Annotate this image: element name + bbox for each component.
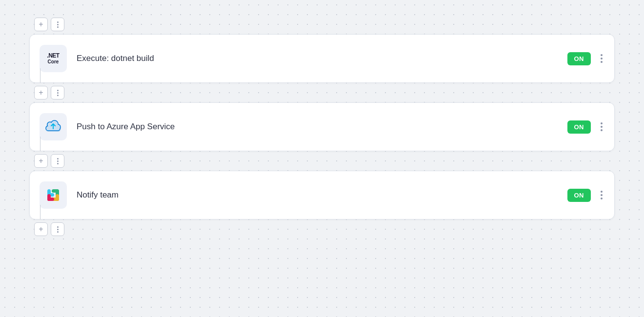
connector-row-bottom: + (29, 219, 64, 239)
more-options-2[interactable] (51, 86, 64, 99)
dot (57, 92, 59, 94)
add-step-button-2[interactable]: + (34, 86, 48, 99)
step-title-slack: Notify team (77, 190, 567, 200)
step-card-azure: Push to Azure App Service ON (29, 102, 615, 151)
kebab-dot (601, 198, 603, 199)
slack-logo-icon (44, 186, 62, 204)
dot (57, 229, 59, 230)
dot (57, 231, 59, 233)
add-step-button-top[interactable]: + (34, 18, 48, 31)
more-options-3[interactable] (51, 154, 64, 168)
kebab-menu-slack[interactable] (599, 188, 604, 202)
step-icon-net-core: .NET Core (40, 45, 67, 72)
kebab-dot (601, 194, 603, 196)
more-options-bottom[interactable] (51, 222, 64, 236)
step-card-dotnet-build: .NET Core Execute: dotnet build ON (29, 34, 615, 83)
step-icon-azure (40, 113, 67, 140)
kebab-menu-dotnet[interactable] (599, 51, 604, 66)
connector-row-3: + (29, 151, 64, 171)
kebab-dot (601, 54, 603, 56)
net-core-logo: .NET Core (47, 52, 59, 65)
dot (57, 26, 59, 28)
core-text: Core (47, 59, 59, 65)
add-step-button-3[interactable]: + (34, 154, 48, 168)
kebab-dot (601, 122, 603, 124)
kebab-dot (601, 126, 603, 128)
add-step-button-bottom[interactable]: + (34, 222, 48, 236)
net-text: .NET (47, 52, 59, 59)
kebab-dot (601, 191, 603, 193)
pipeline-container: + .NET Core Execute: dotnet build ON + (29, 10, 615, 239)
status-badge-slack: ON (567, 189, 591, 202)
dot (57, 21, 59, 23)
step-title-azure: Push to Azure App Service (77, 122, 567, 132)
kebab-dot (601, 129, 603, 131)
dot (57, 90, 59, 91)
svg-rect-7 (47, 198, 54, 201)
kebab-menu-azure[interactable] (599, 119, 604, 134)
more-options-top[interactable] (51, 18, 64, 31)
dot (57, 24, 59, 25)
status-badge-azure: ON (567, 120, 591, 134)
dot (57, 163, 59, 164)
step-icon-slack (40, 181, 67, 209)
dot (57, 226, 59, 228)
status-badge-dotnet: ON (567, 52, 591, 65)
dot (57, 95, 59, 96)
dot (57, 160, 59, 162)
connector-row-2: + (29, 83, 64, 102)
step-card-slack: Notify team ON (29, 171, 615, 219)
step-title-dotnet: Execute: dotnet build (77, 54, 567, 63)
kebab-dot (601, 61, 603, 63)
kebab-dot (601, 58, 603, 59)
dot (57, 158, 59, 159)
azure-cloud-icon (43, 119, 63, 135)
connector-row-top: + (29, 15, 64, 34)
svg-rect-3 (52, 189, 59, 193)
